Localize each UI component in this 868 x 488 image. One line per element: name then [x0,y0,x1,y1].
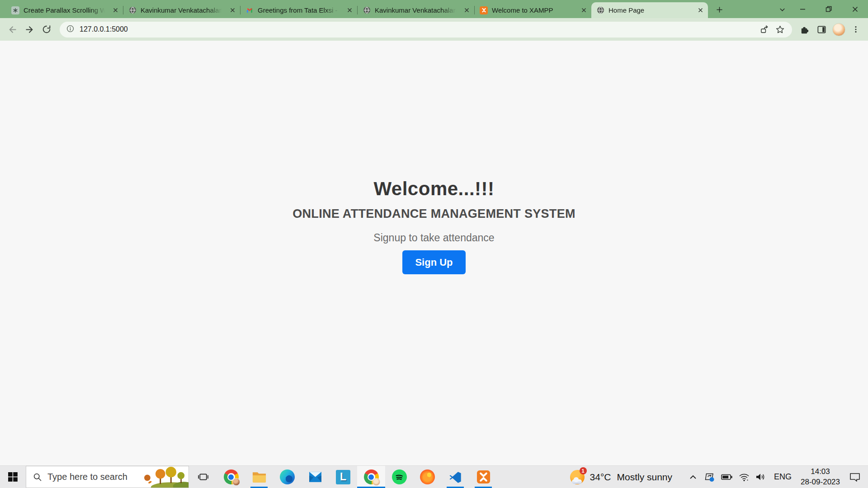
taskbar-vscode[interactable] [441,466,469,488]
page-title: Welcome...!!! [373,178,494,200]
window-controls [789,0,868,18]
display-sync-tray-icon[interactable] [704,471,715,483]
browser-tab-bar: Create Parallax Scrolling W Kavinkumar V… [0,0,868,18]
avatar-image [832,23,845,36]
gmail-favicon-icon [245,6,254,14]
globe-favicon-icon [363,6,371,14]
xampp-icon [476,470,491,484]
show-hidden-icons-chevron[interactable] [689,473,698,482]
vscode-icon [448,470,462,484]
start-button[interactable] [0,466,26,488]
language-indicator[interactable]: ENG [774,472,792,482]
profile-picture-badge [373,478,380,486]
chatgpt-favicon-icon [11,6,19,14]
url-text[interactable]: 127.0.0.1:5000 [80,25,128,33]
page-subtitle: ONLINE ATTENDANCE MANAGEMENT SYSTEM [292,207,576,221]
profile-avatar[interactable] [830,21,847,38]
browser-toolbar: 127.0.0.1:5000 [0,18,868,41]
tab-xampp[interactable]: Welcome to XAMPP [475,2,591,18]
firefox-icon [420,469,435,484]
minimize-button[interactable] [789,0,816,18]
date-text: 28-09-2023 [801,477,840,487]
close-window-button[interactable] [842,0,868,18]
file-explorer-icon [252,471,267,483]
battery-icon[interactable] [721,471,733,483]
chrome-icon [364,469,379,484]
tab-home-page-active[interactable]: Home Page [591,2,708,18]
chrome-icon [224,469,239,484]
volume-icon[interactable] [755,471,766,483]
spotify-icon [392,469,407,484]
task-view-button[interactable] [189,466,217,488]
xampp-favicon-icon [480,6,488,14]
extensions-puzzle-icon[interactable] [796,21,813,38]
taskbar-chrome-profile1[interactable] [217,466,245,488]
tab-gmail-greetings[interactable]: Greetings from Tata Elxsi - [241,2,357,18]
tab-title: Welcome to XAMPP [492,6,576,14]
tab-create-parallax[interactable]: Create Parallax Scrolling W [6,2,123,18]
side-panel-icon[interactable] [813,21,830,38]
windows-taskbar: L 1 34°C Mostl [0,465,868,488]
tab-close-icon[interactable] [462,5,472,15]
search-input[interactable] [47,472,189,482]
tab-close-icon[interactable] [344,5,354,15]
tab-title: Kavinkumar Venkatachalam [375,6,459,14]
tab-close-icon[interactable] [227,5,237,15]
tab-kavinkumar-2[interactable]: Kavinkumar Venkatachalam [358,2,474,18]
globe-favicon-icon [128,6,137,14]
taskbar-edge[interactable] [273,466,301,488]
web-page-content: Welcome...!!! ONLINE ATTENDANCE MANAGEME… [0,41,868,465]
new-tab-button[interactable] [712,3,726,16]
address-bar[interactable]: 127.0.0.1:5000 [60,22,792,38]
taskbar-chrome-profile2-active[interactable] [357,466,385,488]
wifi-icon[interactable] [738,471,750,483]
taskbar-xampp[interactable] [469,466,497,488]
reload-button[interactable] [38,21,55,38]
share-icon[interactable] [757,22,772,37]
tab-close-icon[interactable] [695,5,705,15]
search-icon [33,473,42,482]
taskbar-file-explorer[interactable] [245,466,273,488]
edge-icon [280,469,295,484]
taskbar-mail[interactable] [301,466,329,488]
tab-kavinkumar-1[interactable]: Kavinkumar Venkatachalam [123,2,240,18]
globe-favicon-icon [596,6,604,14]
desktop-screen: Create Parallax Scrolling W Kavinkumar V… [0,0,868,488]
taskbar-search[interactable] [26,466,189,488]
time-text: 14:03 [801,467,840,477]
maximize-restore-button[interactable] [816,0,842,18]
profile-picture-badge [232,478,240,486]
forward-button[interactable] [21,21,38,38]
tab-close-icon[interactable] [110,5,120,15]
task-view-icon [197,471,209,483]
bookmark-star-icon[interactable] [772,22,788,37]
taskbar-spotify[interactable] [385,466,413,488]
clock-widget[interactable]: 14:03 28-09-2023 [801,467,840,487]
notification-count-badge: 1 [580,467,587,474]
signup-caption: Signup to take attendance [373,232,494,244]
tab-title: Home Page [609,6,693,14]
l-app-icon: L [336,470,350,484]
tab-title: Greetings from Tata Elxsi - [258,6,342,14]
back-button[interactable] [4,21,21,38]
tab-title: Create Parallax Scrolling W [24,6,108,14]
mail-icon [308,470,322,484]
temperature-text[interactable]: 34°C [590,472,611,483]
windows-logo-icon [8,472,18,482]
weather-widget-icon[interactable]: 1 [570,469,585,485]
taskbar-l-app[interactable]: L [329,466,357,488]
menu-kebab-icon[interactable] [847,21,864,38]
cloud-icon [572,479,582,484]
sign-up-button[interactable]: Sign Up [402,250,466,274]
taskbar-firefox[interactable] [413,466,441,488]
site-info-icon[interactable] [66,24,75,35]
tab-strip: Create Parallax Scrolling W Kavinkumar V… [6,2,708,18]
tab-title: Kavinkumar Venkatachalam [141,6,225,14]
tab-search-chevron-icon[interactable] [775,2,789,17]
tab-close-icon[interactable] [579,5,589,15]
system-tray: 1 34°C Mostly sunny ENG 14:03 [570,466,868,488]
weather-condition-text[interactable]: Mostly sunny [617,472,672,483]
action-center-icon[interactable] [849,471,861,483]
